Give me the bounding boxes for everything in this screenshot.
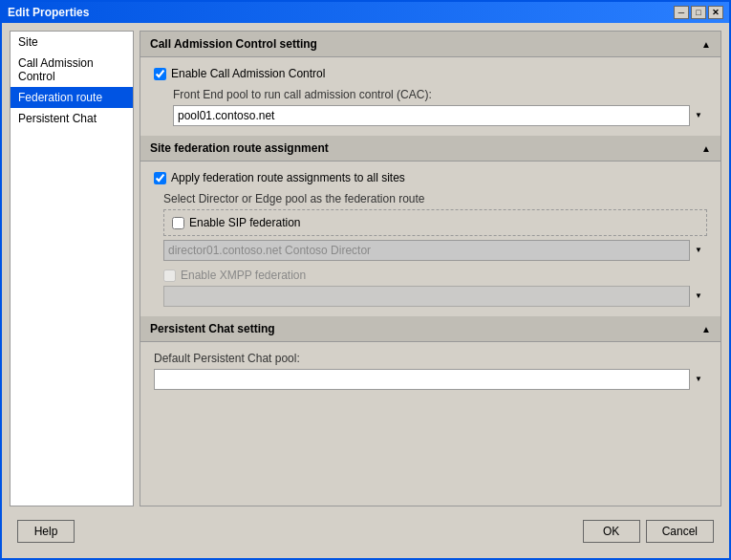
call-admission-arrow[interactable]: ▲ xyxy=(701,39,711,50)
federation-title: Site federation route assignment xyxy=(150,141,329,155)
enable-cac-checkbox[interactable] xyxy=(154,68,166,80)
federation-header: Site federation route assignment ▲ xyxy=(140,136,720,162)
apply-federation-label[interactable]: Apply federation route assignments to al… xyxy=(154,171,707,184)
call-admission-header: Call Admission Control setting ▲ xyxy=(140,32,720,57)
content-panel: Call Admission Control setting ▲ Enable … xyxy=(140,31,721,506)
window-body: Site Call Admission Control Federation r… xyxy=(2,23,729,558)
sip-select-wrapper: director01.contoso.net Contoso Director xyxy=(163,240,707,261)
persistent-chat-header: Persistent Chat setting ▲ xyxy=(140,316,720,342)
federation-inner: Select Director or Edge pool as the fede… xyxy=(154,192,707,307)
xmpp-federation-checkbox[interactable] xyxy=(163,269,176,282)
window-title: Edit Properties xyxy=(8,6,89,19)
persistent-chat-arrow[interactable]: ▲ xyxy=(701,324,711,334)
federation-arrow[interactable]: ▲ xyxy=(701,143,711,154)
help-button[interactable]: Help xyxy=(17,520,75,543)
minimize-button[interactable]: ─ xyxy=(674,6,689,19)
sidebar-item-site[interactable]: Site xyxy=(11,32,133,53)
sip-federation-box: Enable SIP federation xyxy=(163,209,707,236)
sidebar-item-federation-route[interactable]: Federation route xyxy=(11,87,133,108)
cancel-button[interactable]: Cancel xyxy=(646,520,714,543)
xmpp-select[interactable] xyxy=(163,286,707,307)
call-admission-title: Call Admission Control setting xyxy=(150,37,317,51)
federation-section: Site federation route assignment ▲ Apply… xyxy=(140,136,720,316)
persistent-chat-select[interactable] xyxy=(154,369,707,390)
bottom-bar: Help OK Cancel xyxy=(10,512,721,550)
persistent-chat-pool-label: Default Persistent Chat pool: xyxy=(154,352,707,365)
sidebar-item-call-admission-control[interactable]: Call Admission Control xyxy=(11,53,133,87)
pool-select[interactable]: pool01.contoso.net xyxy=(173,105,707,126)
xmpp-select-wrapper xyxy=(163,286,707,307)
close-button[interactable]: ✕ xyxy=(708,6,723,19)
xmpp-section: Enable XMPP federation xyxy=(163,269,707,307)
maximize-button[interactable]: □ xyxy=(691,6,706,19)
pool-select-wrapper: pool01.contoso.net xyxy=(173,105,707,126)
federation-body: Apply federation route assignments to al… xyxy=(140,162,720,316)
xmpp-federation-label[interactable]: Enable XMPP federation xyxy=(163,269,707,282)
persistent-chat-body: Default Persistent Chat pool: xyxy=(140,342,720,399)
persistent-chat-section: Persistent Chat setting ▲ Default Persis… xyxy=(140,316,720,399)
call-admission-body: Enable Call Admission Control Front End … xyxy=(140,57,720,136)
sidebar-item-persistent-chat[interactable]: Persistent Chat xyxy=(11,108,133,129)
pool-label: Front End pool to run call admission con… xyxy=(173,88,707,101)
persistent-chat-select-wrapper xyxy=(154,369,707,390)
persistent-chat-title: Persistent Chat setting xyxy=(150,322,275,335)
enable-cac-label[interactable]: Enable Call Admission Control xyxy=(154,67,707,80)
pool-section: Front End pool to run call admission con… xyxy=(154,88,707,126)
title-bar: Edit Properties ─ □ ✕ xyxy=(2,2,729,23)
dialog-buttons: OK Cancel xyxy=(583,520,714,543)
main-content: Site Call Admission Control Federation r… xyxy=(10,31,721,506)
sidebar: Site Call Admission Control Federation r… xyxy=(10,31,134,506)
call-admission-section: Call Admission Control setting ▲ Enable … xyxy=(140,32,720,136)
window-controls: ─ □ ✕ xyxy=(674,6,723,19)
apply-federation-checkbox[interactable] xyxy=(154,172,166,184)
select-director-label: Select Director or Edge pool as the fede… xyxy=(163,192,707,205)
edit-properties-window: Edit Properties ─ □ ✕ Site Call Admissio… xyxy=(0,0,731,560)
ok-button[interactable]: OK xyxy=(583,520,640,543)
sip-federation-label[interactable]: Enable SIP federation xyxy=(172,216,699,229)
sip-select[interactable]: director01.contoso.net Contoso Director xyxy=(163,240,707,261)
sip-federation-checkbox[interactable] xyxy=(172,217,184,229)
